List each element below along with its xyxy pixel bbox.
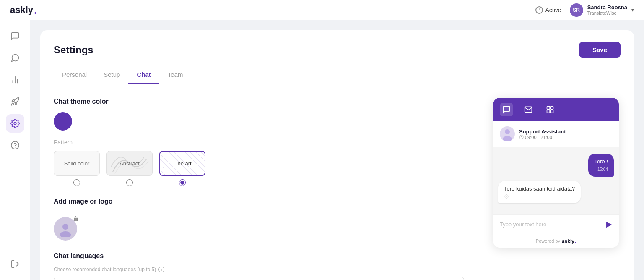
pattern-lineart-label: Line art (173, 160, 191, 167)
svg-point-14 (503, 136, 512, 141)
settings-header: Settings Save (54, 42, 621, 58)
sidebar-item-messages[interactable] (6, 49, 24, 67)
svg-rect-11 (547, 110, 550, 113)
chat-messages: Tere ! 15:04 Tere kuidas saan teid aidat… (493, 147, 619, 214)
right-column: Support Assistant 09:00 - 21:00 (478, 98, 621, 280)
tab-chat[interactable]: Chat (128, 68, 159, 84)
pattern-abstract-label: Abstract (119, 160, 140, 167)
lang-subtitle: Choose recomended chat languages (up to … (54, 267, 464, 272)
svg-point-8 (60, 231, 71, 237)
avatar: SR (570, 3, 583, 17)
color-picker[interactable] (54, 112, 72, 131)
svg-point-13 (505, 129, 510, 134)
add-image-section: Add image or logo 🗑 (54, 198, 464, 241)
sidebar-item-logout[interactable] (6, 255, 24, 273)
chat-preview-email-icon[interactable] (522, 103, 535, 116)
message-sent: Tere ! 15:04 (588, 154, 614, 177)
pattern-solid-label: Solid color (64, 160, 90, 167)
sidebar (0, 20, 30, 280)
radio-solid-wrap (54, 179, 100, 186)
tab-personal[interactable]: Personal (54, 68, 95, 84)
user-info[interactable]: SR Sandra Roosna TranslateWise ▾ (570, 3, 634, 17)
sidebar-item-chat-bubble[interactable] (6, 27, 24, 45)
pattern-lineart-option: Line art (159, 151, 205, 176)
user-subtitle: TranslateWise (587, 10, 627, 16)
tab-team[interactable]: Team (159, 68, 192, 84)
logo-upload-wrap[interactable]: 🗑 (54, 217, 77, 241)
agent-hours: 09:00 - 21:00 (519, 135, 566, 140)
svg-rect-10 (551, 107, 553, 110)
pattern-label: Pattern (54, 139, 464, 146)
chat-powered-by: Powered by askly. (493, 234, 619, 248)
nav-right: Active SR Sandra Roosna TranslateWise ▾ (535, 3, 634, 17)
svg-rect-12 (551, 110, 553, 113)
main-layout: Settings Save Personal Setup Chat Team C… (0, 20, 644, 280)
chat-preview-header (493, 98, 619, 121)
chat-input-area: Type your text here ▶ (493, 214, 619, 234)
svg-point-3 (14, 122, 16, 125)
clock-icon (535, 6, 543, 14)
agent-avatar (500, 126, 515, 141)
sidebar-item-analytics[interactable] (6, 71, 24, 89)
user-name: Sandra Roosna (587, 4, 627, 10)
chat-languages-section: Chat languages Choose recomended chat la… (54, 252, 464, 280)
chat-input-placeholder[interactable]: Type your text here (500, 221, 606, 228)
user-text: Sandra Roosna TranslateWise (587, 4, 627, 16)
radio-abstract-wrap (106, 179, 153, 186)
chat-theme-section: Chat theme color Pattern Solid color (54, 98, 464, 186)
sidebar-item-rocket[interactable] (6, 92, 24, 111)
logo-dot: . (34, 4, 37, 16)
pattern-options: Solid color Abstr (54, 151, 464, 176)
pattern-solid-option: Solid color (54, 151, 100, 176)
add-image-title: Add image or logo (54, 198, 464, 205)
status-label: Active (545, 7, 561, 13)
svg-rect-9 (547, 107, 550, 110)
top-nav: askly. Active SR Sandra Roosna Translate… (0, 0, 644, 20)
language-dropdown[interactable]: Choose the languages ▾ (54, 277, 464, 280)
tab-setup[interactable]: Setup (95, 68, 128, 84)
chat-agent-info: Support Assistant 09:00 - 21:00 (493, 121, 619, 147)
chat-languages-title: Chat languages (54, 252, 464, 260)
sidebar-item-help[interactable] (6, 136, 24, 154)
two-column-layout: Chat theme color Pattern Solid color (54, 98, 621, 280)
delete-icon[interactable]: 🗑 (73, 215, 79, 222)
message-received: Tere kuidas saan teid aidata? (498, 181, 581, 203)
radio-row (54, 179, 464, 186)
content-area: Settings Save Personal Setup Chat Team C… (30, 20, 644, 280)
pattern-abstract-box[interactable]: Abstract (106, 151, 153, 176)
chat-preview-chat-icon[interactable] (500, 103, 513, 116)
agent-name: Support Assistant (519, 128, 566, 135)
svg-point-7 (62, 224, 68, 230)
pattern-solid-box[interactable]: Solid color (54, 151, 100, 176)
tabs: Personal Setup Chat Team (54, 68, 621, 84)
active-status: Active (535, 6, 561, 14)
save-button[interactable]: Save (579, 42, 621, 58)
info-icon[interactable]: i (158, 267, 164, 272)
chevron-down-icon: ▾ (631, 7, 634, 13)
svg-point-16 (506, 196, 507, 197)
chat-preview: Support Assistant 09:00 - 21:00 (493, 98, 619, 248)
message-time: 15:04 (594, 167, 608, 173)
brand-logo: askly. (562, 238, 576, 244)
radio-solid[interactable] (73, 179, 80, 186)
chat-theme-title: Chat theme color (54, 98, 464, 105)
page-title: Settings (54, 44, 93, 56)
message-seen (504, 194, 575, 199)
radio-lineart-wrap (159, 179, 205, 186)
radio-lineart[interactable] (179, 179, 186, 186)
sidebar-item-settings[interactable] (6, 114, 24, 133)
agent-details: Support Assistant 09:00 - 21:00 (519, 128, 566, 140)
logo: askly. (10, 4, 37, 16)
logo-text: askly (10, 5, 33, 16)
settings-panel: Settings Save Personal Setup Chat Team C… (40, 30, 634, 280)
pattern-lineart-box[interactable]: Line art (159, 151, 205, 176)
chat-preview-translate-icon[interactable] (543, 103, 557, 116)
send-button[interactable]: ▶ (606, 220, 612, 229)
radio-abstract[interactable] (126, 179, 133, 186)
left-column: Chat theme color Pattern Solid color (54, 98, 478, 280)
pattern-abstract-option: Abstract (106, 151, 153, 176)
